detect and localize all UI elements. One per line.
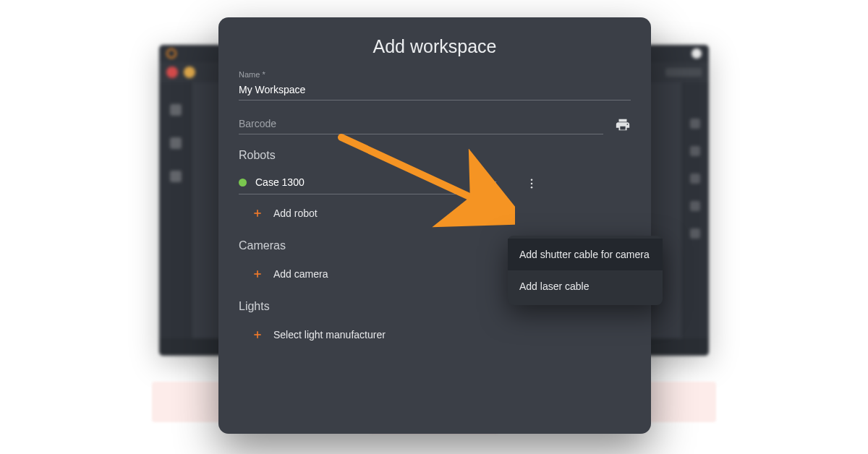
rightrail-icon	[690, 201, 700, 211]
plus-icon	[252, 268, 263, 280]
sidebar-icon	[170, 137, 182, 149]
robots-heading: Robots	[239, 149, 631, 162]
status-online-icon	[239, 179, 247, 187]
menu-item-add-shutter-cable[interactable]: Add shutter cable for camera	[508, 239, 663, 270]
avatar	[692, 48, 702, 59]
robot-context-menu: Add shutter cable for camera Add laser c…	[508, 236, 663, 305]
menu-item-add-laser-cable[interactable]: Add laser cable	[508, 270, 663, 302]
status-dot-icon	[184, 67, 195, 78]
add-camera-label: Add camera	[273, 268, 328, 280]
barcode-field	[239, 115, 631, 134]
bg-chip	[665, 68, 702, 77]
rightrail-icon	[690, 228, 700, 239]
barcode-input[interactable]	[239, 115, 603, 134]
add-robot-label: Add robot	[273, 207, 318, 219]
print-icon[interactable]	[615, 117, 631, 133]
svg-point-2	[531, 187, 533, 189]
rightrail-icon	[690, 174, 700, 184]
dialog-title: Add workspace	[239, 36, 631, 57]
sidebar-icon	[170, 104, 182, 116]
name-label: Name *	[239, 70, 631, 79]
name-field: Name *	[239, 70, 631, 100]
svg-point-1	[531, 183, 533, 185]
status-dot-icon	[166, 67, 178, 78]
add-workspace-dialog: Add workspace Name * Robots Case 1300	[218, 17, 651, 434]
select-light-label: Select light manufacturer	[273, 329, 386, 340]
robot-select[interactable]: Case 1300	[239, 172, 499, 194]
robot-more-button[interactable]	[523, 175, 540, 192]
name-input[interactable]	[239, 81, 631, 100]
plus-icon	[252, 207, 263, 219]
svg-point-0	[531, 179, 533, 181]
sidebar-icon	[170, 171, 182, 182]
app-logo-icon	[166, 48, 176, 59]
rightrail-icon	[690, 146, 700, 156]
add-robot-button[interactable]: Add robot	[239, 194, 631, 225]
plus-icon	[252, 329, 263, 340]
rightrail-icon	[690, 119, 700, 129]
robot-name: Case 1300	[255, 176, 485, 188]
select-light-manufacturer-button[interactable]: Select light manufacturer	[239, 323, 631, 346]
chevron-down-icon	[490, 178, 499, 187]
